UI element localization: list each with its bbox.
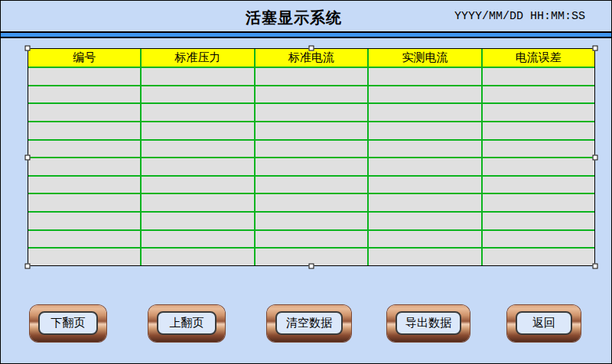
table-cell <box>254 122 367 139</box>
table-cell <box>140 231 253 248</box>
table-cell <box>367 213 480 229</box>
table-cell <box>254 177 367 193</box>
selection-handle-bottom-right[interactable] <box>593 264 598 269</box>
page-up-button-label: 上翻页 <box>157 311 216 335</box>
table-cell <box>367 122 480 139</box>
table-row <box>28 175 594 193</box>
back-button-label: 返回 <box>516 311 572 335</box>
page-down-button-label: 下翻页 <box>38 311 98 335</box>
table-cell <box>140 104 253 121</box>
selection-handle-bottom-center[interactable] <box>309 264 314 269</box>
table-cell <box>140 141 253 158</box>
table-row <box>28 85 594 103</box>
table-cell <box>481 177 594 193</box>
table-row <box>28 157 594 175</box>
table-row <box>28 193 594 211</box>
table-cell <box>254 104 367 121</box>
table-cell <box>481 122 594 139</box>
table-cell <box>367 141 480 158</box>
table-cell <box>481 213 594 229</box>
selection-handle-middle-left[interactable] <box>25 154 31 160</box>
table-cell <box>367 104 480 121</box>
datetime-display: YYYY/MM/DD HH:MM:SS <box>454 10 585 23</box>
back-button[interactable]: 返回 <box>507 305 581 342</box>
table-cell <box>481 194 594 211</box>
table-cell <box>140 249 253 265</box>
table-cell <box>140 194 253 211</box>
table-cell <box>28 249 140 265</box>
selection-handle-top-right[interactable] <box>593 46 598 51</box>
table-row <box>28 229 594 248</box>
col-header-measured-current: 实测电流 <box>367 49 480 67</box>
col-header-std-pressure: 标准压力 <box>140 49 253 67</box>
table-cell <box>367 231 480 248</box>
table-cell <box>481 104 594 121</box>
table-cell <box>140 86 253 103</box>
col-header-current-error: 电流误差 <box>481 49 594 67</box>
table-cell <box>481 158 594 175</box>
divider-strip <box>1 31 611 38</box>
selection-handle-top-left[interactable] <box>25 46 31 51</box>
table-cell <box>367 86 480 103</box>
measurement-table: 编号 标准压力 标准电流 实测电流 电流误差 <box>28 48 595 266</box>
table-cell <box>481 141 594 158</box>
table-cell <box>254 194 367 211</box>
table-cell <box>254 213 367 229</box>
table-cell <box>481 231 594 248</box>
selection-handle-middle-right[interactable] <box>593 154 598 160</box>
table-cell <box>367 249 480 265</box>
table-cell <box>254 68 367 85</box>
table-cell <box>481 68 594 85</box>
col-header-number: 编号 <box>28 49 140 67</box>
table-cell <box>481 86 594 103</box>
table-cell <box>367 68 480 85</box>
table-row <box>28 247 594 265</box>
table-cell <box>254 86 367 103</box>
table-cell <box>140 122 253 139</box>
table-cell <box>254 231 367 248</box>
hmi-screen: 活塞显示系统 YYYY/MM/DD HH:MM:SS 编号 标准压力 标准电流 … <box>0 0 612 364</box>
table-cell <box>140 68 253 85</box>
table-cell <box>28 86 140 103</box>
table-cell <box>254 141 367 158</box>
table-cell <box>140 177 253 193</box>
title-bar: 活塞显示系统 YYYY/MM/DD HH:MM:SS <box>1 1 611 31</box>
table-row <box>28 102 594 121</box>
clear-data-button[interactable]: 清空数据 <box>267 305 351 342</box>
measurement-table-widget[interactable]: 编号 标准压力 标准电流 实测电流 电流误差 <box>28 48 595 266</box>
col-header-std-current: 标准电流 <box>254 49 367 67</box>
selection-handle-bottom-left[interactable] <box>25 264 31 269</box>
table-cell <box>28 177 140 193</box>
table-header-row: 编号 标准压力 标准电流 实测电流 电流误差 <box>28 49 594 67</box>
clear-data-button-label: 清空数据 <box>275 311 343 335</box>
table-cell <box>28 158 140 175</box>
table-cell <box>254 158 367 175</box>
table-cell <box>140 213 253 229</box>
table-cell <box>28 194 140 211</box>
table-cell <box>367 158 480 175</box>
table-cell <box>140 158 253 175</box>
table-cell <box>28 141 140 158</box>
table-cell <box>367 177 480 193</box>
table-cell <box>481 249 594 265</box>
selection-handle-top-center[interactable] <box>309 46 314 51</box>
table-row <box>28 67 594 85</box>
table-cell <box>28 213 140 229</box>
page-up-button[interactable]: 上翻页 <box>148 305 225 342</box>
table-cell <box>28 122 140 139</box>
table-cell <box>28 68 140 85</box>
export-data-button[interactable]: 导出数据 <box>387 305 470 342</box>
table-cell <box>28 231 140 248</box>
page-down-button[interactable]: 下翻页 <box>30 305 106 342</box>
table-row <box>28 121 594 139</box>
table-row <box>28 139 594 158</box>
table-cell <box>28 104 140 121</box>
table-cell <box>367 194 480 211</box>
export-data-button-label: 导出数据 <box>396 311 461 335</box>
table-row <box>28 211 594 229</box>
